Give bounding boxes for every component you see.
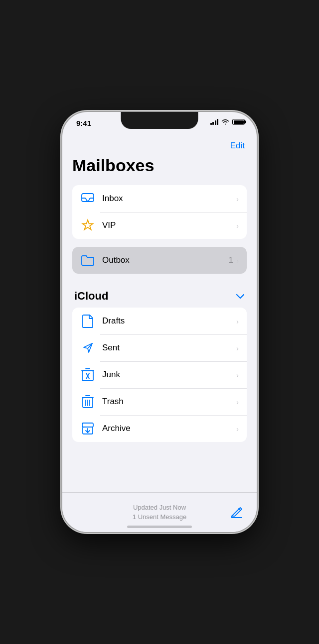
compose-button[interactable] bbox=[229, 505, 245, 521]
vip-label: VIP bbox=[102, 220, 236, 230]
phone-frame: 9:41 Edit Mai bbox=[62, 112, 257, 532]
drafts-label: Drafts bbox=[102, 316, 236, 326]
home-indicator bbox=[127, 526, 192, 528]
trash-row[interactable]: Trash › bbox=[72, 388, 247, 415]
sent-row[interactable]: Sent › bbox=[72, 334, 247, 361]
sent-icon bbox=[80, 340, 95, 355]
trash-label: Trash bbox=[102, 397, 236, 407]
outbox-label: Outbox bbox=[102, 255, 229, 265]
footer-status: Updated Just Now 1 Unsent Message bbox=[90, 503, 229, 521]
icloud-title: iCloud bbox=[74, 290, 108, 303]
svg-rect-0 bbox=[82, 194, 94, 202]
junk-label: Junk bbox=[102, 370, 236, 380]
page-title: Mailboxes bbox=[72, 156, 247, 175]
junk-row[interactable]: Junk › bbox=[72, 361, 247, 388]
battery-icon bbox=[232, 119, 245, 125]
wifi-icon bbox=[221, 119, 229, 125]
star-icon bbox=[80, 218, 95, 233]
outbox-group: Outbox 1 › bbox=[72, 247, 247, 274]
archive-row[interactable]: Archive › bbox=[72, 415, 247, 442]
footer-status-line1: Updated Just Now bbox=[90, 503, 229, 512]
inbox-label: Inbox bbox=[102, 194, 236, 204]
edit-button[interactable]: Edit bbox=[228, 139, 247, 153]
icloud-collapse-icon bbox=[236, 293, 245, 299]
archive-chevron: › bbox=[236, 425, 239, 433]
footer-status-line2: 1 Unsent Message bbox=[90, 513, 229, 522]
inbox-icon bbox=[80, 191, 95, 206]
svg-rect-3 bbox=[82, 423, 93, 427]
drafts-row[interactable]: Drafts › bbox=[72, 308, 247, 334]
notch bbox=[121, 112, 198, 129]
trash-icon bbox=[80, 394, 95, 409]
outbox-badge: 1 bbox=[229, 255, 233, 265]
trash-chevron: › bbox=[236, 398, 239, 406]
vip-chevron: › bbox=[236, 221, 239, 230]
outbox-row[interactable]: Outbox 1 › bbox=[72, 247, 247, 274]
junk-chevron: › bbox=[236, 371, 239, 379]
header-row: Edit bbox=[72, 137, 247, 155]
top-mailbox-group: Inbox › VIP › bbox=[72, 185, 247, 239]
sent-label: Sent bbox=[102, 343, 236, 353]
inbox-row[interactable]: Inbox › bbox=[72, 185, 247, 212]
junk-icon bbox=[80, 367, 95, 382]
icloud-group: Drafts › Sent › bbox=[72, 308, 247, 442]
vip-row[interactable]: VIP › bbox=[72, 212, 247, 239]
archive-label: Archive bbox=[102, 424, 236, 433]
main-content: Edit Mailboxes Inbox › bbox=[62, 137, 257, 532]
inbox-chevron: › bbox=[236, 195, 239, 203]
draft-icon bbox=[80, 314, 95, 328]
sent-chevron: › bbox=[236, 344, 239, 352]
outbox-chevron: › bbox=[236, 256, 239, 265]
archive-icon bbox=[80, 421, 95, 436]
drafts-chevron: › bbox=[236, 317, 239, 325]
signal-icon bbox=[210, 119, 219, 125]
folder-icon bbox=[80, 253, 95, 268]
icloud-section-header[interactable]: iCloud bbox=[72, 282, 247, 308]
status-icons bbox=[210, 119, 245, 125]
